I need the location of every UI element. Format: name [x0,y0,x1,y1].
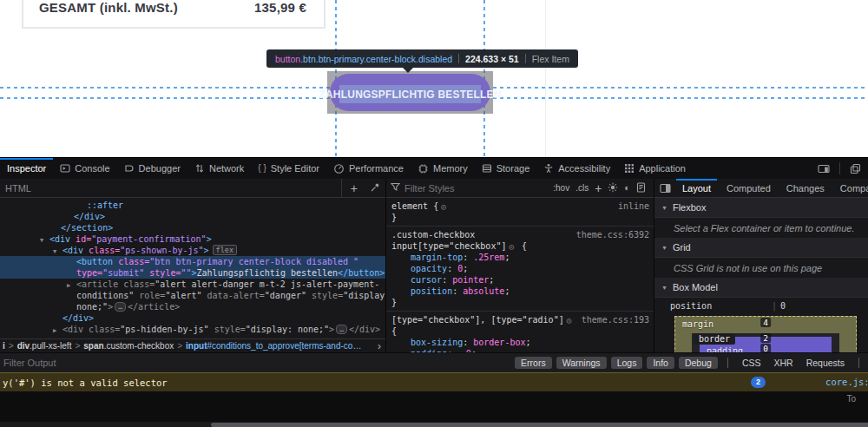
tab-layout[interactable]: Layout [674,179,719,197]
infobar-classes: .btn.btn-primary.center-block.disabled [300,54,452,64]
markup-line[interactable]: ::after [0,200,385,211]
tab-inspector[interactable]: Inspector [0,158,53,179]
tab-memory[interactable]: Memory [411,158,475,179]
markup-line[interactable]: conditions" role="alert" data-alert="dan… [0,290,385,301]
css-rule-line[interactable]: [type="checkbox"], [type="radio"]◎theme.… [391,314,654,325]
filter-button-warnings[interactable]: Warnings [556,357,607,369]
expand-twisty-icon[interactable]: ▶ [53,325,56,337]
breadcrumb-item[interactable]: i [3,341,5,351]
tab-network[interactable]: Network [187,158,251,179]
pseudo-class-toggle[interactable]: :hov [553,183,569,193]
separate-window-button[interactable] [846,163,865,174]
tab-computed[interactable]: Computed [719,179,779,197]
css-rule-line[interactable]: box-sizing: border-box; [391,337,654,348]
console-warning-row: y('#') is not a valid selector 2 core.js… [0,372,868,391]
filter-styles-input[interactable]: Filter Styles [404,183,454,194]
tab-debugger[interactable]: Debugger [117,158,187,179]
filter-button-info[interactable]: Info [647,357,674,369]
contrast-icon[interactable]: ◐ [624,183,630,193]
filter-output-input[interactable]: Filter Output [3,358,56,368]
search-html-input[interactable]: HTML [0,183,31,194]
order-total-box: GESAMT (inkl. MwSt.) 135,99 € [22,0,326,29]
border-top-value[interactable]: 2 [760,333,771,343]
markup-line[interactable]: </section> [0,222,385,233]
markup-line[interactable]: none;">…</article> [0,301,385,312]
markup-line[interactable]: </div> [0,211,385,222]
tab-accessibility[interactable]: Accessibility [536,158,617,179]
ellipsis-badge[interactable]: … [115,302,126,312]
filter-divider [727,358,728,368]
filter-category-css[interactable]: CSS [738,358,766,368]
css-rule-line[interactable]: input[type="checkbox"]◎ { [391,240,654,252]
filter-button-debug[interactable]: Debug [679,357,718,369]
warning-source-link[interactable]: core.js:2 [825,377,868,387]
markup-line[interactable]: <button class="btn btn-primary center-bl… [0,256,385,267]
breadcrumb-separator: > [177,341,182,351]
stylesheet-source-link[interactable]: inline [618,200,649,212]
css-rule-line[interactable]: element {◎inline [391,200,654,212]
position-value: 0 [780,301,786,311]
breadcrumb-item[interactable]: div.pull-xs-left [17,341,72,351]
add-node-button[interactable]: + [345,182,363,194]
tab-console[interactable]: Console [53,158,116,179]
responsive-mode-button[interactable] [814,163,833,174]
tab-storage[interactable]: Storage [475,158,537,179]
markup-line[interactable]: ▼<div class="ps-shown-by-js">flex [0,245,385,256]
tab-style-editor[interactable]: { } Style Editor [251,158,326,179]
css-rule-line[interactable]: margin-top: .25rem; [391,252,654,263]
web-page-viewport: GESAMT (inkl. MwSt.) 135,99 € ZAHLUNGSPF… [0,0,868,157]
css-rule-line[interactable]: opacity: 0; [391,263,654,274]
breadcrumb-item[interactable]: input#conditions_to_approve[terms-and-co… [186,341,361,351]
padding-top-value[interactable]: 0 [760,344,771,352]
selector-highlighter-icon[interactable]: ◎ [567,316,571,325]
filter-category-xhr[interactable]: XHR [769,358,797,368]
box-model-border-region[interactable]: border 2 padding 0 [692,333,839,352]
margin-label: margin [682,319,713,329]
boxmodel-section-header[interactable]: ▼ Box Model [654,278,868,298]
css-rule: [type="checkbox"], [type="radio"]◎theme.… [386,312,654,352]
css-rule-line[interactable]: padding: ▸ 0; [391,348,654,352]
breadcrumb-scroll-right-icon[interactable]: › [376,340,383,352]
tab-performance[interactable]: Performance [326,158,411,179]
order-submit-button[interactable]: ZAHLUNGSPFLICHTIG BESTELLEN [330,74,490,111]
inspector-node-highlight: ZAHLUNGSPFLICHTIG BESTELLEN [327,71,493,114]
filter-button-errors[interactable]: Errors [515,357,552,369]
box-model-margin-region[interactable]: margin 4 border 2 padding 0 [674,316,857,352]
css-rule-line[interactable]: position: absolute; [391,286,654,297]
css-rule-line[interactable]: cursor: pointer; [391,274,654,286]
css-rule-line[interactable]: { [391,325,654,337]
markup-line[interactable]: ▶<article class="alert alert-danger m-t-… [0,279,385,290]
sidebar-toggle-icon[interactable] [656,183,674,194]
breadcrumb-item[interactable]: span.custom-checkbox [83,341,174,351]
class-toggle[interactable]: .cls [575,183,589,193]
selector-highlighter-icon[interactable]: ◎ [509,242,513,251]
padding-label: padding [707,346,743,352]
markup-line[interactable]: ▼<div id="payment-confirmation"> [0,233,385,245]
grid-section-header[interactable]: ▼ Grid [654,238,868,258]
selector-highlighter-icon[interactable]: ◎ [441,202,445,211]
margin-top-value[interactable]: 4 [760,318,771,327]
filter-category-requests[interactable]: Requests [802,358,849,368]
flex-badge[interactable]: flex [213,245,237,255]
debugger-icon [124,163,135,174]
tab-application[interactable]: Application [617,158,693,179]
light-theme-icon[interactable] [608,182,618,194]
css-rule-line[interactable]: } [391,297,654,308]
markup-line[interactable]: type="submit" style="">Zahlungspflichtig… [0,267,385,279]
add-rule-button[interactable]: + [595,182,602,194]
horizontal-scrollbar-thumb[interactable] [211,423,868,427]
tab-compatibility[interactable]: Compat [832,179,868,197]
stylesheet-source-link[interactable]: theme.css:6392 [576,229,649,240]
css-rule-line[interactable]: } [391,212,654,223]
ellipsis-badge[interactable]: … [336,325,347,334]
markup-line[interactable]: </div> [0,312,385,324]
eyedropper-icon[interactable] [365,182,385,194]
console-output-area[interactable]: To [0,391,868,422]
print-media-icon[interactable] [636,182,649,194]
css-rule-line[interactable]: .custom-checkboxtheme.css:6392 [391,229,654,240]
flexbox-section-header[interactable]: ▼ Flexbox [654,198,868,218]
filter-button-logs[interactable]: Logs [611,357,643,369]
tab-changes[interactable]: Changes [779,179,832,197]
markup-line[interactable]: ▶<div class="ps-hidden-by-js" style="dis… [0,324,385,335]
stylesheet-source-link[interactable]: theme.css:193 [582,314,649,325]
